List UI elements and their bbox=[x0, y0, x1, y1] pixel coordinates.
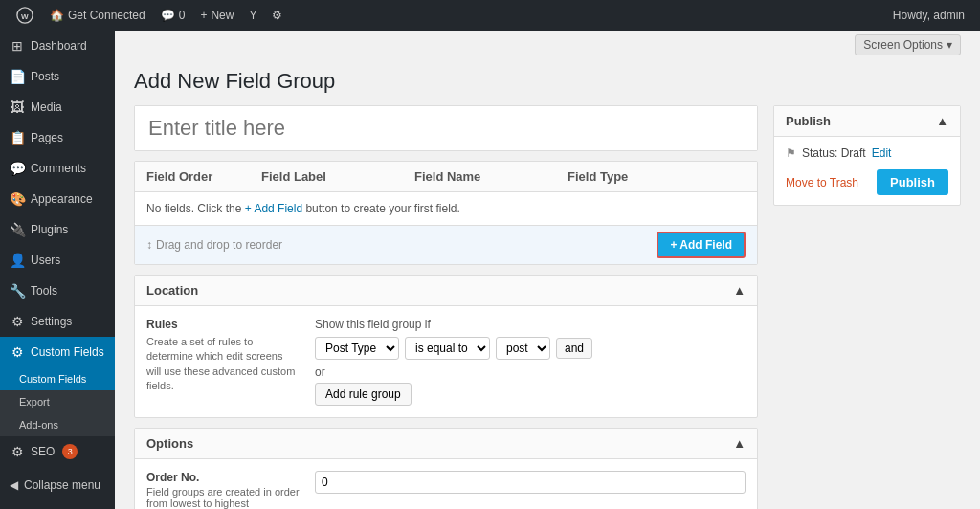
location-title: Location bbox=[146, 283, 198, 298]
admin-menu: ⊞ Dashboard 📄 Posts 🖼 Media 📋 Pages 💬 Co… bbox=[0, 31, 115, 509]
users-icon: 👤 bbox=[10, 253, 25, 268]
sidebar-label-media: Media bbox=[31, 100, 62, 114]
sidebar-item-media[interactable]: 🖼 Media bbox=[0, 92, 115, 122]
new-item[interactable]: + New bbox=[192, 0, 241, 31]
sidebar-item-appearance[interactable]: 🎨 Appearance bbox=[0, 184, 115, 214]
sidebar-label-custom-fields: Custom Fields bbox=[31, 345, 104, 359]
status-label: Status: Draft bbox=[802, 146, 866, 160]
edit-status-link[interactable]: Edit bbox=[872, 146, 892, 160]
sidebar-label-posts: Posts bbox=[31, 70, 59, 83]
sidebar-item-comments[interactable]: 💬 Comments bbox=[0, 153, 115, 184]
options-metabox-body: Order No. Field groups are created in or… bbox=[135, 459, 757, 509]
publish-button[interactable]: Publish bbox=[877, 169, 948, 195]
comments-item[interactable]: 💬 0 bbox=[153, 0, 193, 31]
pages-icon: 📋 bbox=[10, 130, 25, 145]
trash-link[interactable]: Move to Trash bbox=[786, 176, 858, 189]
add-field-row: ↕ Drag and drop to reorder + Add Field bbox=[135, 225, 757, 264]
misc-item[interactable]: ⚙ bbox=[264, 0, 290, 31]
order-no-desc: Field groups are created in order from l… bbox=[146, 486, 300, 509]
sidebar-label-seo: SEO bbox=[31, 445, 55, 458]
sidebar-item-custom-fields-parent[interactable]: ⚙ Custom Fields bbox=[0, 337, 115, 367]
options-metabox-header[interactable]: Options ▲ bbox=[135, 429, 757, 459]
misc-icon: ⚙ bbox=[272, 9, 282, 22]
add-rule-group-button[interactable]: Add rule group bbox=[315, 383, 412, 406]
svg-text:W: W bbox=[21, 12, 29, 21]
col-header-order: Field Order bbox=[146, 169, 261, 184]
sidebar-item-addons[interactable]: Add-ons bbox=[0, 413, 115, 436]
collapse-icon: ◀ bbox=[10, 478, 18, 492]
post-value-select[interactable]: post bbox=[496, 337, 550, 360]
sidebar-item-settings[interactable]: ⚙ Settings bbox=[0, 306, 115, 337]
yoast-item[interactable]: Y bbox=[241, 0, 264, 31]
sidebar-label-pages: Pages bbox=[31, 131, 63, 144]
post-type-select[interactable]: Post Type bbox=[315, 337, 399, 360]
publish-title: Publish bbox=[786, 114, 831, 128]
wp-logo-item[interactable]: W bbox=[8, 0, 42, 31]
sidebar-item-seo[interactable]: ⚙ SEO 3 bbox=[0, 436, 115, 467]
add-field-link[interactable]: + Add Field bbox=[245, 202, 302, 215]
order-no-row: Order No. Field groups are created in or… bbox=[146, 471, 746, 509]
location-metabox: Location ▲ Rules Create a set of rules t… bbox=[134, 275, 758, 418]
wp-logo-icon: W bbox=[15, 6, 34, 25]
add-field-button[interactable]: + Add Field bbox=[657, 232, 746, 258]
show-if-label: Show this field group if bbox=[315, 318, 746, 331]
submenu-label-custom-fields: Custom Fields bbox=[19, 373, 86, 385]
sidebar-label-dashboard: Dashboard bbox=[31, 39, 87, 53]
screen-options-button[interactable]: Screen Options ▾ bbox=[855, 34, 961, 55]
status-icon: ⚑ bbox=[786, 146, 796, 160]
options-metabox: Options ▲ Order No. Field groups are cre… bbox=[134, 428, 758, 509]
site-icon: 🏠 bbox=[50, 9, 64, 22]
site-name-item[interactable]: 🏠 Get Connected bbox=[42, 0, 153, 31]
site-name-label: Get Connected bbox=[68, 9, 145, 22]
operator-select[interactable]: is equal to bbox=[405, 337, 490, 360]
title-input[interactable] bbox=[135, 106, 757, 150]
sidebar-label-settings: Settings bbox=[31, 315, 72, 328]
sidebar-item-pages[interactable]: 📋 Pages bbox=[0, 122, 115, 153]
comments-count: 0 bbox=[179, 9, 186, 22]
tools-icon: 🔧 bbox=[10, 283, 25, 299]
drag-icon: ↕ bbox=[146, 238, 152, 252]
col-header-name: Field Name bbox=[414, 169, 568, 184]
sidebar-item-tools[interactable]: 🔧 Tools bbox=[0, 276, 115, 306]
col-header-label: Field Label bbox=[261, 169, 414, 184]
publish-box: Publish ▲ ⚑ Status: Draft Edit Move to T… bbox=[773, 105, 961, 206]
location-metabox-body: Rules Create a set of rules to determine… bbox=[135, 306, 757, 417]
seo-badge: 3 bbox=[62, 444, 78, 459]
no-fields-row: No fields. Click the + Add Field button … bbox=[135, 192, 757, 225]
sidebar-item-custom-fields[interactable]: Custom Fields bbox=[0, 367, 115, 390]
sidebar-item-export[interactable]: Export bbox=[0, 390, 115, 413]
settings-icon: ⚙ bbox=[10, 314, 25, 329]
collapse-menu-button[interactable]: ◀ Collapse menu bbox=[0, 471, 115, 499]
and-button[interactable]: and bbox=[556, 338, 592, 359]
yoast-icon: Y bbox=[249, 9, 256, 22]
publish-actions: Move to Trash Publish bbox=[786, 169, 948, 195]
or-label: or bbox=[315, 365, 746, 379]
col-header-type: Field Type bbox=[568, 169, 746, 184]
location-metabox-header[interactable]: Location ▲ bbox=[135, 276, 757, 306]
content-wrap: Field Order Field Label Field Name Field… bbox=[134, 105, 961, 509]
sidebar-item-posts[interactable]: 📄 Posts bbox=[0, 61, 115, 92]
location-toggle-icon: ▲ bbox=[733, 283, 746, 298]
no-fields-suffix: button to create your first field. bbox=[302, 202, 460, 215]
chevron-down-icon: ▾ bbox=[947, 38, 952, 52]
collapse-label: Collapse menu bbox=[24, 478, 100, 492]
rules-description: Rules Create a set of rules to determine… bbox=[146, 318, 300, 406]
sidebar-label-tools: Tools bbox=[31, 284, 57, 298]
sidebar-item-dashboard[interactable]: ⊞ Dashboard bbox=[0, 31, 115, 61]
field-group-table: Field Order Field Label Field Name Field… bbox=[134, 161, 758, 265]
options-toggle-icon: ▲ bbox=[733, 436, 746, 451]
media-icon: 🖼 bbox=[10, 100, 25, 115]
main-content: Screen Options ▾ Add New Field Group Fie… bbox=[115, 31, 980, 509]
order-no-label-col: Order No. Field groups are created in or… bbox=[146, 471, 300, 509]
sidebar-item-plugins[interactable]: 🔌 Plugins bbox=[0, 214, 115, 245]
screen-options-bar: Screen Options ▾ bbox=[115, 31, 980, 59]
order-no-input[interactable] bbox=[315, 471, 746, 494]
seo-icon: ⚙ bbox=[10, 444, 25, 459]
order-no-field-col bbox=[315, 471, 746, 509]
publish-box-header[interactable]: Publish ▲ bbox=[774, 106, 960, 137]
drag-hint-text: Drag and drop to reorder bbox=[156, 238, 282, 252]
sidebar-label-plugins: Plugins bbox=[31, 223, 68, 236]
sidebar-item-users[interactable]: 👤 Users bbox=[0, 245, 115, 276]
content-main: Field Order Field Label Field Name Field… bbox=[134, 105, 758, 509]
rule-row: Post Type is equal to post and bbox=[315, 337, 746, 360]
